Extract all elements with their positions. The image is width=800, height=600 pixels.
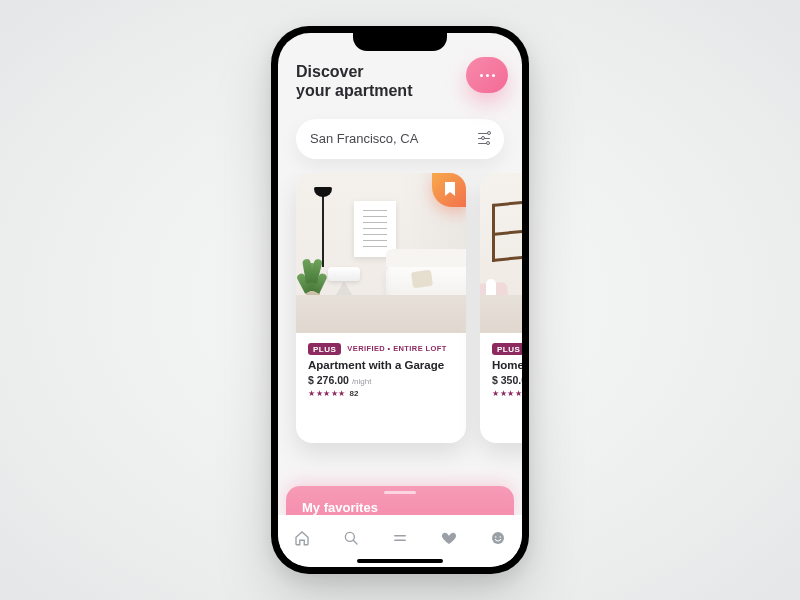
heart-icon xyxy=(440,529,458,547)
svg-point-5 xyxy=(495,536,497,538)
device-notch xyxy=(353,33,447,51)
review-count: 82 xyxy=(350,389,359,398)
listing-verify-text: VERIFIED • ENTIRE LOFT xyxy=(347,344,446,353)
bookmark-icon xyxy=(444,182,456,196)
svg-line-1 xyxy=(353,540,357,544)
nav-favorites[interactable] xyxy=(438,527,460,549)
search-input[interactable] xyxy=(310,131,478,146)
nav-search[interactable] xyxy=(340,527,362,549)
filter-icon[interactable] xyxy=(478,132,490,146)
star-icon: ★★★★★ xyxy=(308,389,346,398)
listing-title: Home xyxy=(492,359,522,371)
sheet-handle[interactable] xyxy=(384,491,416,494)
search-icon xyxy=(342,529,360,547)
app-screen: Discover your apartment xyxy=(278,33,522,567)
more-button[interactable] xyxy=(466,57,508,93)
star-icon: ★★★★★ xyxy=(492,389,522,398)
listing-rating: ★★★★★ xyxy=(492,389,522,398)
listing-price: $ 276.00 /night xyxy=(308,374,454,386)
favorites-title: My favorites xyxy=(302,500,498,515)
nav-menu[interactable] xyxy=(389,527,411,549)
plus-badge: PLUS xyxy=(492,343,522,355)
listing-price: $ 350.0 xyxy=(492,374,522,386)
smile-icon xyxy=(489,529,507,547)
listing-card[interactable]: PLUS VERIFIED • ENTIRE LOFT Apartment wi… xyxy=(296,173,466,443)
search-field-container[interactable] xyxy=(296,119,504,159)
listing-photo xyxy=(480,173,522,333)
listing-title: Apartment with a Garage xyxy=(308,359,454,371)
listing-card[interactable]: PLUS Home $ 350.0 ★★★★★ xyxy=(480,173,522,443)
listing-rating: ★★★★★ 82 xyxy=(308,389,454,398)
plus-badge: PLUS xyxy=(308,343,341,355)
phone-frame: Discover your apartment xyxy=(271,26,529,574)
home-indicator xyxy=(357,559,443,563)
svg-point-6 xyxy=(499,536,501,538)
nav-profile[interactable] xyxy=(487,527,509,549)
svg-point-4 xyxy=(492,532,504,544)
nav-home[interactable] xyxy=(291,527,313,549)
search-bar xyxy=(278,111,522,173)
home-icon xyxy=(293,529,311,547)
listing-photo xyxy=(296,173,466,333)
menu-icon xyxy=(391,529,409,547)
